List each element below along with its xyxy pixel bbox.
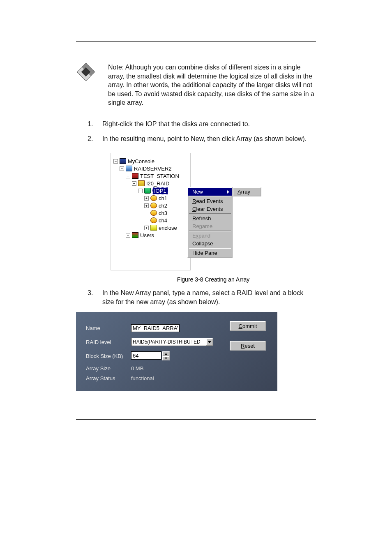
menu-label: Hide Pane: [192, 250, 217, 256]
tree-node-iop-selected[interactable]: IOP1: [152, 187, 168, 194]
figure-caption: Figure 3-8 Creating an Array: [111, 276, 316, 283]
menu-label: Re: [192, 223, 199, 229]
commit-button[interactable]: Commit: [230, 321, 266, 331]
collapse-toggle[interactable]: −: [126, 174, 130, 178]
step-number: 2.: [88, 134, 97, 143]
menu-separator: [189, 196, 231, 197]
channel-icon: [150, 195, 157, 201]
channel-icon: [150, 210, 157, 216]
menu-item-refresh[interactable]: Refresh: [188, 215, 232, 222]
submenu-arrow-icon: [227, 190, 229, 194]
header-rule: [76, 41, 316, 42]
menu-separator: [189, 213, 231, 214]
menu-accel: n: [199, 223, 202, 229]
tree-view[interactable]: −MyConsole −RAIDSERVER2 −TEST_STATION −I…: [111, 153, 191, 270]
menu-item-hide-pane[interactable]: Hide Pane: [188, 249, 232, 257]
collapse-toggle[interactable]: −: [113, 159, 118, 164]
note-icon: [76, 62, 96, 82]
dropdown-button-icon[interactable]: [206, 338, 213, 346]
expand-toggle[interactable]: +: [144, 196, 149, 201]
array-status-value: functional: [131, 375, 154, 381]
step-text: In the New Array panel, type a name, sel…: [102, 289, 316, 306]
raid-level-select[interactable]: RAID5(PARITY-DISTRIBUTED: [131, 338, 213, 346]
tree-node-raid[interactable]: I20_RAID: [146, 180, 169, 187]
spinner-up-button[interactable]: [162, 351, 170, 356]
menu-label: New: [192, 189, 203, 195]
block-size-spinner[interactable]: [131, 351, 170, 360]
step-number: 1.: [88, 120, 97, 129]
iop-icon: [144, 188, 151, 194]
menu-accel: C: [192, 240, 196, 247]
enclosure-icon: [150, 225, 157, 231]
button-accel: C: [239, 323, 242, 329]
tree-node-ch3[interactable]: ch3: [159, 210, 167, 216]
context-menu: New Array Read Events Clear Events Refre…: [187, 187, 233, 258]
menu-item-new[interactable]: New Array: [188, 188, 232, 196]
menu-item-collapse[interactable]: Collapse: [188, 240, 232, 247]
button-label: ommit: [242, 323, 257, 329]
menu-accel: C: [192, 206, 196, 212]
tree-node-console[interactable]: MyConsole: [128, 158, 154, 164]
array-size-label: Array Size: [86, 365, 131, 372]
tree-node-users[interactable]: Users: [140, 232, 154, 238]
menu-separator: [189, 248, 231, 249]
tree-node-server[interactable]: RAIDSERVER2: [134, 166, 172, 172]
array-status-label: Array Status: [86, 375, 131, 381]
menu-label: ead Events: [196, 198, 223, 204]
note-block: Note: Although you can combine disks of …: [76, 62, 316, 107]
menu-label: efresh: [196, 215, 211, 222]
expand-toggle[interactable]: +: [126, 233, 130, 238]
tree-node-station[interactable]: TEST_STATION: [140, 173, 179, 179]
menu-item-read-events[interactable]: Read Events: [188, 197, 232, 205]
block-size-label: Block Size (KB): [86, 353, 131, 359]
select-value: RAID5(PARITY-DISTRIBUTED: [133, 339, 201, 345]
new-array-dialog: Name RAID level RAID5(PARITY-DISTRIBUTED…: [76, 312, 277, 391]
menu-label: E: [192, 233, 196, 239]
console-icon: [120, 158, 126, 164]
channel-icon: [150, 203, 157, 208]
menu-item-clear-events[interactable]: Clear Events: [188, 205, 232, 213]
step-number: 3.: [88, 289, 97, 306]
submenu: Array: [233, 187, 261, 196]
raid-level-label: RAID level: [86, 339, 131, 345]
step-2: 2. In the resulting menu, point to New, …: [76, 134, 316, 143]
server-icon: [126, 166, 132, 171]
menu-item-array[interactable]: Array: [233, 188, 261, 196]
tree-node-ch4[interactable]: ch4: [159, 217, 167, 224]
menu-item-expand: Expand: [188, 232, 232, 240]
collapse-toggle[interactable]: −: [138, 189, 143, 193]
tree-node-ch1[interactable]: ch1: [159, 195, 167, 201]
menu-accel: R: [192, 215, 196, 222]
users-icon: [132, 232, 138, 238]
channel-icon: [150, 217, 157, 223]
footer-rule: [76, 419, 316, 420]
button-label: eset: [244, 343, 255, 349]
menu-item-rename: Rename: [188, 222, 232, 230]
menu-accel: R: [192, 198, 196, 204]
button-accel: R: [241, 343, 244, 349]
reset-button[interactable]: Reset: [230, 341, 266, 351]
collapse-toggle[interactable]: −: [120, 166, 124, 171]
menu-label: ollapse: [196, 240, 213, 247]
name-input[interactable]: [131, 324, 180, 332]
raid-icon: [138, 180, 145, 186]
tree-node-enclose[interactable]: enclose: [159, 225, 177, 231]
step-text: In the resulting menu, point to New, the…: [102, 134, 316, 143]
step-3: 3. In the New Array panel, type a name, …: [76, 289, 316, 306]
station-icon: [132, 173, 138, 179]
expand-toggle[interactable]: +: [144, 203, 149, 208]
menu-label: ame: [202, 223, 212, 229]
spinner-down-button[interactable]: [162, 356, 170, 360]
name-label: Name: [86, 325, 131, 331]
block-size-input[interactable]: [131, 351, 161, 360]
collapse-toggle[interactable]: −: [132, 181, 136, 186]
step-text: Right-click the IOP that the disks are c…: [102, 120, 316, 129]
menu-label: pand: [198, 233, 210, 239]
tree-node-ch2[interactable]: ch2: [159, 203, 167, 209]
array-size-value: 0 MB: [131, 365, 143, 372]
step-1: 1. Right-click the IOP that the disks ar…: [76, 120, 316, 129]
expand-toggle[interactable]: +: [144, 226, 149, 230]
note-text: Note: Although you can combine disks of …: [108, 62, 316, 107]
menu-separator: [189, 231, 231, 231]
menu-label: lear Events: [196, 206, 223, 212]
